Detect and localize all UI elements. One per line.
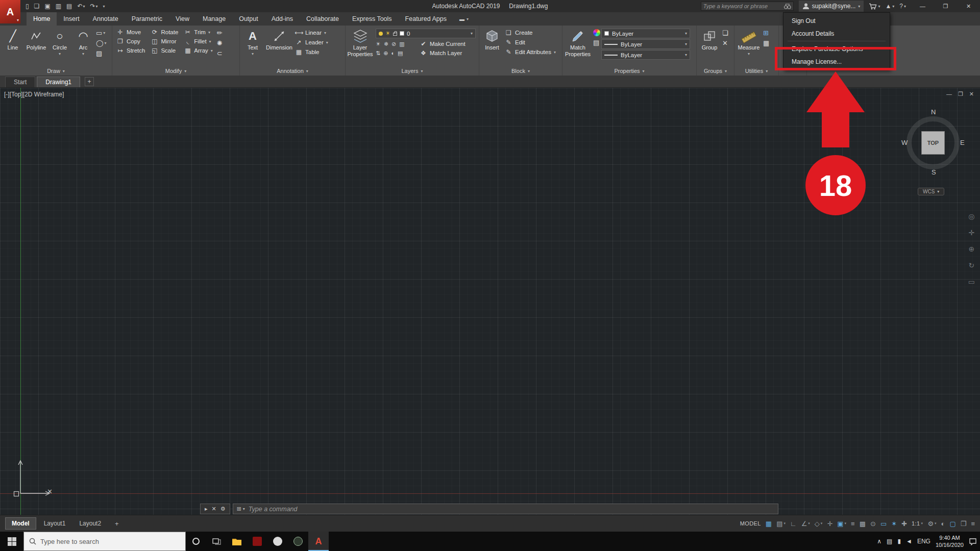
tab-annotate[interactable]: Annotate — [86, 12, 125, 26]
layer-freeze-button[interactable]: ❄ — [384, 41, 388, 47]
viewcube-top-face[interactable]: TOP — [921, 131, 945, 155]
pan-button[interactable]: ✛ — [969, 229, 975, 237]
rectangle-button[interactable]: ▭▾ — [96, 29, 107, 37]
panel-groups-label[interactable]: Groups▾ — [697, 66, 734, 76]
save-button[interactable]: ▣ — [44, 3, 50, 10]
ellipse-button[interactable]: ◯▾ — [96, 39, 107, 47]
network-icon[interactable]: ▤ — [887, 538, 892, 545]
layer-properties-button[interactable]: Layer Properties — [347, 27, 374, 66]
viewport-view-control[interactable]: [Top] — [10, 91, 23, 98]
viewcube-east[interactable]: E — [960, 139, 965, 146]
make-current-button[interactable]: ✔Make Current — [420, 40, 465, 47]
taskbar-app-red[interactable] — [247, 532, 267, 551]
hardware-acceleration-toggle[interactable]: ▢ — [949, 520, 955, 528]
orbit-button[interactable]: ↻ — [969, 261, 975, 269]
close-button[interactable]: ✕ — [957, 0, 980, 12]
clean-screen-button[interactable]: ❐ — [961, 520, 967, 528]
ribbon-display-toggle[interactable]: ▬ ▾ — [459, 12, 469, 26]
dynamic-input-toggle[interactable]: ▭ — [880, 520, 887, 528]
polar-tracking-toggle[interactable]: ∠▾ — [801, 520, 810, 528]
viewcube-west[interactable]: W — [901, 139, 908, 146]
file-explorer-button[interactable] — [227, 532, 247, 551]
lineweight-dropdown[interactable]: ByLayer ▾ — [601, 39, 690, 49]
taskbar-clock[interactable]: 9:40 AM 10/16/2020 — [936, 534, 964, 549]
copy-button[interactable]: ❐Copy — [116, 38, 145, 45]
panel-utilities-label[interactable]: Utilities▾ — [734, 66, 778, 76]
tab-home[interactable]: Home — [27, 12, 57, 26]
save-as-button[interactable]: ▥ — [56, 3, 61, 10]
xbox-button[interactable] — [267, 532, 288, 551]
app-store-button[interactable]: ▾ — [869, 3, 880, 10]
stretch-button[interactable]: ↦Stretch — [116, 47, 145, 54]
help-button[interactable]: ?▾ — [899, 3, 906, 10]
battery-icon[interactable]: ▮ — [897, 538, 901, 545]
command-prompt-icon[interactable]: ▸ — [205, 506, 208, 512]
viewcube[interactable]: N W E S TOP WCS ▾ — [902, 110, 966, 201]
color-wheel-button[interactable] — [593, 29, 600, 36]
panel-block-label[interactable]: Block▾ — [479, 66, 562, 76]
ortho-toggle[interactable]: ∟ — [790, 520, 797, 528]
isodraft-toggle[interactable]: ◇▾ — [815, 520, 823, 528]
tab-layout2[interactable]: Layout2 — [73, 518, 107, 529]
layer-fade-button[interactable]: ◐ — [391, 50, 395, 57]
command-input-bar[interactable]: ⊞▾ — [233, 504, 778, 514]
workspace-switching-button[interactable]: ⚙▾ — [927, 520, 936, 528]
tab-model[interactable]: Model — [5, 517, 36, 530]
qat-customize-button[interactable]: ▾ — [103, 4, 105, 9]
circle-button[interactable]: ○ Circle ▾ — [48, 27, 71, 66]
rotate-button[interactable]: ⟳Rotate — [151, 29, 178, 36]
menu-item-account-details[interactable]: Account Details — [783, 27, 890, 40]
minimize-button[interactable]: — — [911, 0, 934, 12]
command-customize-icon[interactable]: ⚙ — [220, 506, 226, 512]
autocad-taskbar-button[interactable]: A — [308, 532, 329, 551]
action-center-icon[interactable] — [969, 538, 977, 545]
tab-view[interactable]: View — [169, 12, 196, 26]
drawing-restore-button[interactable]: ❐ — [958, 91, 963, 97]
tab-express-tools[interactable]: Express Tools — [346, 12, 399, 26]
panel-annotation-label[interactable]: Annotation▾ — [240, 66, 345, 76]
tab-parametric[interactable]: Parametric — [125, 12, 169, 26]
erase-button[interactable]: ✏ — [217, 29, 223, 37]
layer-merge-button[interactable]: ⊕ — [383, 50, 388, 57]
selection-cycling-toggle[interactable]: ⊙ — [870, 520, 876, 528]
fillet-button[interactable]: ◟Fillet▾ — [184, 38, 213, 45]
panel-layers-label[interactable]: Layers▾ — [346, 66, 479, 76]
volume-icon[interactable]: ◄ — [906, 538, 912, 545]
start-button[interactable] — [0, 532, 23, 551]
create-block-button[interactable]: ❑Create — [505, 29, 556, 36]
cortana-button[interactable] — [186, 532, 206, 551]
redo-button[interactable]: ↷▾ — [90, 3, 97, 10]
command-close-icon[interactable]: ✕ — [212, 506, 216, 512]
wcs-dropdown[interactable]: WCS ▾ — [918, 188, 944, 195]
maximize-button[interactable]: ❐ — [934, 0, 957, 12]
viewcube-north[interactable]: N — [931, 108, 936, 116]
menu-item-sign-out[interactable]: Sign Out — [783, 14, 890, 27]
new-file-button[interactable]: ▯ — [26, 3, 29, 10]
annotation-scale-button[interactable]: 1:1▾ — [912, 520, 923, 527]
new-layout-button[interactable]: + — [112, 519, 122, 529]
recent-commands-button[interactable]: ⊞▾ — [237, 506, 245, 512]
snap-toggle[interactable]: ▤▾ — [776, 520, 786, 528]
layer-unisolate-button[interactable]: ⇅ — [376, 50, 380, 57]
panel-properties-label[interactable]: Properties▾ — [562, 66, 696, 76]
panel-draw-label[interactable]: Draw▾ — [0, 66, 112, 76]
group-button[interactable]: Group — [698, 27, 721, 66]
undo-button[interactable]: ↶▾ — [77, 3, 85, 10]
match-properties-button[interactable]: Match Properties — [564, 27, 592, 66]
keyword-search-input[interactable] — [703, 3, 781, 9]
panel-modify-label[interactable]: Modify▾ — [112, 66, 239, 76]
line-button[interactable]: ╱ Line — [1, 27, 24, 66]
layer-lock-button[interactable]: ⊘ — [391, 41, 396, 47]
layer-walk-button[interactable]: ▤ — [398, 50, 403, 57]
file-tab-drawing1[interactable]: Drawing1 — [37, 77, 80, 87]
viewport-menu-control[interactable]: [-] — [4, 91, 10, 98]
match-layer-button[interactable]: ❖Match Layer — [420, 49, 462, 57]
keyword-search-field[interactable] — [701, 2, 794, 11]
viewport-visual-style-control[interactable]: [2D Wireframe] — [23, 91, 64, 98]
layer-isolate-button[interactable]: ▥ — [399, 41, 404, 47]
tray-expand-button[interactable]: ∧ — [877, 538, 881, 545]
layer-off-button[interactable]: ☀ — [376, 41, 381, 47]
ungroup-button[interactable]: ❏ — [722, 29, 728, 37]
edit-block-button[interactable]: ✎Edit — [505, 39, 556, 46]
quick-calculator-button[interactable]: ▦ — [763, 39, 769, 47]
